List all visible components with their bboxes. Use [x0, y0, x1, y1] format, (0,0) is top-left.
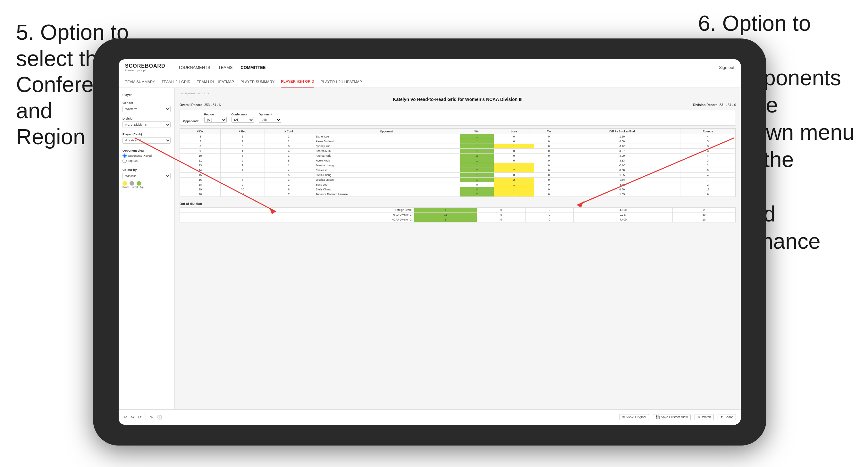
- cell-diff: -5.00: [564, 182, 680, 187]
- player-rank-label: Player (Rank): [123, 132, 170, 136]
- cell-conf: 3: [265, 178, 313, 182]
- colour-by-select[interactable]: Win/loss: [123, 173, 170, 179]
- cell-opponent: Heejo Hyun: [313, 158, 460, 163]
- main-data-table: # Div # Reg # Conf Opponent Win Loss Tie…: [180, 128, 736, 197]
- nav-committee[interactable]: COMMITTEE: [241, 64, 266, 71]
- opponent-select[interactable]: (All): [259, 117, 281, 123]
- ood-cell-diff: 9.267: [574, 213, 673, 217]
- subnav-player-h2h-heatmap[interactable]: PLAYER H2H HEATMAP: [321, 76, 362, 88]
- ood-cell-diff: 7.400: [574, 217, 673, 222]
- cell-reg: 10: [221, 187, 265, 192]
- cell-div: 3: [180, 134, 221, 139]
- division-select[interactable]: NCAA Division III: [123, 122, 170, 128]
- subnav-team-summary[interactable]: TEAM SUMMARY: [125, 76, 155, 88]
- share-btn[interactable]: ⬆ Share: [718, 414, 736, 420]
- ood-table-row: NCAA Division 2 5 0 0 7.400 10: [180, 217, 736, 222]
- cell-opponent: Eunice Yi: [313, 168, 460, 173]
- clock-icon[interactable]: 🕐: [157, 415, 162, 419]
- cell-conf: 3: [265, 144, 313, 149]
- cell-diff: 1.25: [564, 173, 680, 178]
- records-row: Overall Record: 353 - 34 - 6 Division Re…: [180, 103, 736, 107]
- logo-sub: Powered by clippd: [125, 69, 165, 72]
- cell-tie: 0: [534, 163, 564, 168]
- cell-rounds: 7: [680, 178, 736, 182]
- ood-cell-win: 1: [414, 208, 477, 213]
- colour-up-dot: [136, 181, 141, 186]
- cell-diff: -0.94: [564, 178, 680, 182]
- nav-items: TOURNAMENTS TEAMS COMMITTEE: [178, 64, 266, 71]
- cell-tie: 0: [534, 187, 564, 192]
- gender-label: Gender: [123, 101, 170, 104]
- ood-cell-win: 15: [414, 213, 477, 217]
- watch-btn[interactable]: 👁 Watch: [694, 414, 714, 420]
- cell-rounds: 4: [680, 134, 736, 139]
- cell-diff: 4.00: [564, 139, 680, 144]
- ood-cell-rounds: 10: [673, 217, 736, 222]
- ood-cell-name: NAIA Division 1: [180, 213, 414, 217]
- cell-diff: 4.00: [564, 154, 680, 158]
- nav-tournaments[interactable]: TOURNAMENTS: [178, 64, 210, 71]
- save-custom-btn[interactable]: 💾 Save Custom View: [653, 414, 691, 420]
- region-select[interactable]: (All) East West: [204, 117, 227, 123]
- cell-loss: 1: [494, 192, 534, 197]
- ood-cell-loss: 0: [477, 208, 526, 213]
- col-conf: # Conf: [265, 129, 313, 134]
- cell-loss: 0: [494, 139, 534, 144]
- out-of-division-section: Out of division Foreign Team 1 0 0 4.500…: [180, 200, 736, 222]
- cell-reg: 1: [221, 163, 265, 168]
- cell-conf: 6: [265, 187, 313, 192]
- cell-diff: 1.33: [564, 192, 680, 197]
- edit-icon[interactable]: ✎: [150, 415, 153, 419]
- cell-reg: 3: [221, 134, 265, 139]
- cell-div: 16: [180, 178, 221, 182]
- cell-conf: 1: [265, 163, 313, 168]
- nav-teams[interactable]: TEAMS: [218, 64, 233, 71]
- cell-opponent: Andrea York: [313, 154, 460, 158]
- cell-tie: 0: [534, 178, 564, 182]
- ood-cell-rounds: 2: [673, 208, 736, 213]
- cell-diff: 3.67: [564, 149, 680, 154]
- cell-opponent: Sydney Kuo: [313, 144, 460, 149]
- undo-icon[interactable]: ↩: [123, 415, 127, 419]
- cell-diff: -1.00: [564, 144, 680, 149]
- cell-tie: 0: [534, 144, 564, 149]
- subnav-player-summary[interactable]: PLAYER SUMMARY: [241, 76, 275, 88]
- cell-win: 2: [460, 192, 494, 197]
- nav-sign-out[interactable]: Sign out: [719, 65, 734, 70]
- logo: SCOREBOARD Powered by clippd: [125, 63, 165, 72]
- cell-rounds: 4: [680, 173, 736, 178]
- cell-tie: 0: [534, 139, 564, 144]
- table-row: 10 6 3 Andrea York 2 0 0 4.00 4: [180, 154, 736, 158]
- ood-table-row: NAIA Division 1 15 0 0 9.267 30: [180, 213, 736, 217]
- redo-icon[interactable]: ↪: [131, 415, 134, 419]
- subnav-team-h2h-heatmap[interactable]: TEAM H2H HEATMAP: [197, 76, 234, 88]
- cell-loss: 1: [494, 182, 534, 187]
- ood-cell-rounds: 30: [673, 213, 736, 217]
- radio-opponents-played[interactable]: Opponents Played: [123, 154, 170, 158]
- cell-win: 1: [460, 158, 494, 163]
- bottom-toolbar: ↩ ↪ ⟳ ✎ 🕐 👁 View: Original 💾 Save Custom…: [119, 409, 741, 425]
- ood-cell-diff: 4.500: [574, 208, 673, 213]
- cell-reg: 1: [221, 149, 265, 154]
- cell-conf: 4: [265, 168, 313, 173]
- cell-conf: 5: [265, 158, 313, 163]
- top-navigation: SCOREBOARD Powered by clippd TOURNAMENTS…: [119, 59, 741, 76]
- history-icon[interactable]: ⟳: [138, 415, 142, 419]
- ood-cell-tie: 0: [525, 208, 574, 213]
- col-rounds: Rounds: [680, 129, 736, 134]
- cell-tie: 0: [534, 182, 564, 187]
- subnav-player-h2h-grid[interactable]: PLAYER H2H GRID: [281, 76, 314, 88]
- table-row: 13 1 1 Jessica Huang 1 1 0 -3.00 2: [180, 163, 736, 168]
- radio-top100[interactable]: Top 100: [123, 159, 170, 163]
- player-label: Player: [123, 93, 170, 96]
- conference-select[interactable]: (All) Conf: [231, 117, 254, 123]
- view-original-btn[interactable]: 👁 View: Original: [619, 414, 649, 420]
- cell-reg: 3: [221, 178, 265, 182]
- cell-div: 9: [180, 149, 221, 154]
- subnav-team-h2h-grid[interactable]: TEAM H2H GRID: [162, 76, 190, 88]
- table-row: 3 3 1 Esther Lee 1 0 0 1.50 4: [180, 134, 736, 139]
- gender-select[interactable]: Women's: [123, 106, 170, 112]
- cell-win: 1: [460, 178, 494, 182]
- player-rank-select[interactable]: 6. Katelyn Vo: [123, 137, 170, 144]
- cell-rounds: 4: [680, 154, 736, 158]
